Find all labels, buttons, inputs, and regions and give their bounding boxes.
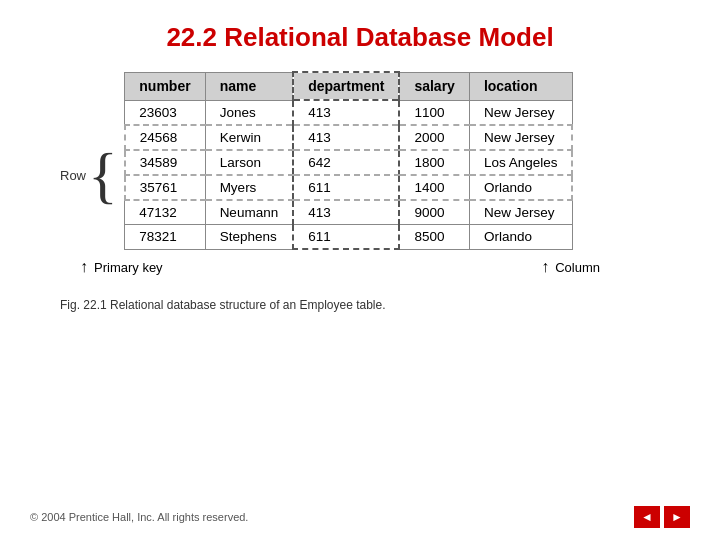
cell-salary: 9000 [399,200,469,225]
row-label: Row [60,168,86,183]
table-row: 34589Larson6421800Los Angeles [125,150,573,175]
col-header-salary: salary [399,72,469,100]
cell-location: Los Angeles [469,150,572,175]
cell-name: Kerwin [205,125,293,150]
cell-department: 611 [293,225,399,250]
primary-key-annotation: ↑ Primary key [80,258,163,276]
pk-arrow: ↑ [80,258,88,276]
page-title: 22.2 Relational Database Model [0,0,720,71]
cell-salary: 2000 [399,125,469,150]
cell-location: New Jersey [469,125,572,150]
cell-number: 23603 [125,100,205,125]
cell-location: New Jersey [469,200,572,225]
cell-salary: 8500 [399,225,469,250]
col-header-department: department [293,72,399,100]
figure-caption: Fig. 22.1 Relational database structure … [60,298,386,312]
table-row: 24568Kerwin4132000New Jersey [125,125,573,150]
column-label: Column [555,260,600,275]
cell-department: 611 [293,175,399,200]
table-row: 23603Jones4131100New Jersey [125,100,573,125]
next-button[interactable]: ► [664,506,690,528]
cell-department: 642 [293,150,399,175]
cell-name: Neumann [205,200,293,225]
nav-controls[interactable]: ◄ ► [634,506,690,528]
footer: © 2004 Prentice Hall, Inc. All rights re… [0,506,720,528]
cell-salary: 1800 [399,150,469,175]
cell-name: Stephens [205,225,293,250]
cell-name: Larson [205,150,293,175]
col-arrow: ↑ [541,258,549,276]
cell-department: 413 [293,125,399,150]
cell-department: 413 [293,200,399,225]
column-annotation: ↑ Column [541,258,600,276]
col-header-location: location [469,72,572,100]
cell-number: 34589 [125,150,205,175]
cell-location: Orlando [469,175,572,200]
col-header-name: name [205,72,293,100]
table-row: 47132Neumann4139000New Jersey [125,200,573,225]
cell-location: New Jersey [469,100,572,125]
copyright-text: © 2004 Prentice Hall, Inc. All rights re… [30,511,248,523]
primary-key-label: Primary key [94,260,163,275]
cell-name: Jones [205,100,293,125]
database-table-wrapper: number name department salary location 2… [124,71,574,250]
table-row: 78321Stephens6118500Orlando [125,225,573,250]
cell-name: Myers [205,175,293,200]
cell-number: 78321 [125,225,205,250]
cell-salary: 1400 [399,175,469,200]
table-row: 35761Myers6111400Orlando [125,175,573,200]
cell-number: 47132 [125,200,205,225]
employee-table: number name department salary location 2… [124,71,574,250]
cell-number: 35761 [125,175,205,200]
row-brace: { [88,149,118,202]
cell-department: 413 [293,100,399,125]
col-header-number: number [125,72,205,100]
cell-salary: 1100 [399,100,469,125]
cell-number: 24568 [125,125,205,150]
cell-location: Orlando [469,225,572,250]
prev-button[interactable]: ◄ [634,506,660,528]
